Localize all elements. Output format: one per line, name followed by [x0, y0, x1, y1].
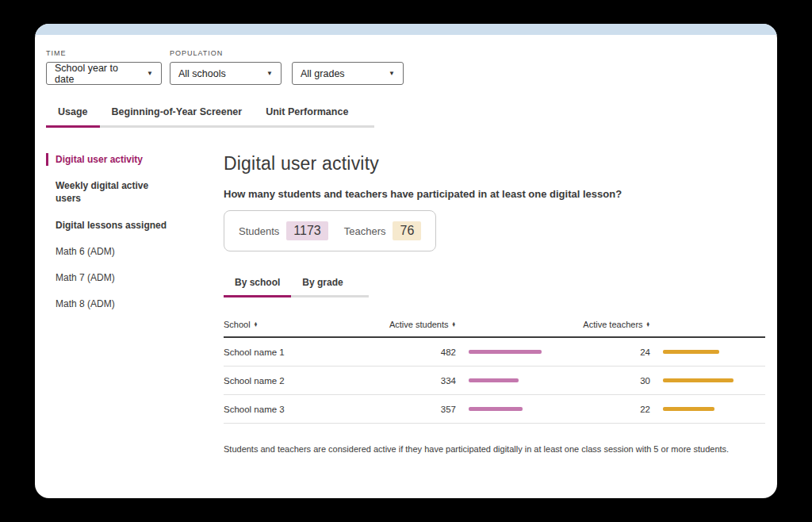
active-teachers-value: 24 — [571, 347, 650, 357]
column-header-active-teachers[interactable]: Active teachers ▲▼ — [571, 320, 650, 329]
teachers-stat: Teachers 76 — [344, 221, 422, 240]
column-header-school[interactable]: School ▲▼ — [224, 320, 382, 329]
sidebar-item-math-8-adm[interactable]: Math 8 (ADM) — [46, 297, 169, 310]
active-teachers-bar — [663, 378, 733, 382]
report-question: How many students and teachers have part… — [224, 188, 765, 200]
table-row: School name 2 334 30 — [224, 367, 765, 395]
students-stat-value: 1173 — [286, 221, 327, 240]
subtab-by-school[interactable]: By school — [224, 277, 291, 297]
sidebar-item-weekly-digital-active-users[interactable]: Weekly digital active users — [46, 179, 169, 205]
table-footnote: Students and teachers are considered act… — [224, 444, 765, 454]
time-dropdown-value: School year to date — [55, 63, 137, 85]
time-filter-group: TIME School year to date ▼ — [46, 49, 162, 85]
teachers-stat-label: Teachers — [344, 225, 386, 237]
chevron-down-icon: ▼ — [266, 70, 273, 77]
sidebar-item-math-7-adm[interactable]: Math 7 (ADM) — [46, 271, 169, 284]
active-students-value: 482 — [382, 347, 456, 357]
summary-stat-card: Students 1173 Teachers 76 — [224, 210, 436, 251]
time-filter-label: TIME — [46, 49, 162, 57]
sidebar-item-digital-lessons-assigned[interactable]: Digital lessons assigned — [46, 219, 169, 232]
sidebar-item-digital-user-activity[interactable]: Digital user activity — [46, 153, 169, 166]
school-name: School name 1 — [224, 347, 382, 357]
grades-dropdown-value: All grades — [301, 68, 345, 79]
tab-unit-performance[interactable]: Unit Performance — [254, 106, 360, 125]
column-header-active-students-label: Active students — [389, 320, 449, 329]
subtab-by-grade[interactable]: By grade — [291, 277, 354, 295]
active-teachers-bar — [663, 350, 719, 354]
main-tab-bar: Usage Beginning-of-Year Screener Unit Pe… — [46, 106, 374, 128]
active-teachers-value: 22 — [571, 405, 650, 414]
tab-usage[interactable]: Usage — [46, 106, 100, 128]
active-students-value: 334 — [382, 376, 456, 386]
active-students-bar — [469, 350, 542, 354]
filter-bar: TIME School year to date ▼ POPULATION Al… — [35, 35, 777, 85]
sort-icon: ▲▼ — [452, 322, 456, 327]
grades-dropdown[interactable]: All grades ▼ — [292, 62, 404, 85]
desktop-background: { "filters": { "time": { "label": "TIME"… — [0, 0, 812, 522]
active-students-bar — [469, 407, 523, 411]
students-stat: Students 1173 — [239, 221, 328, 240]
chevron-down-icon: ▼ — [389, 70, 395, 77]
table-header-row: School ▲▼ Active students ▲▼ Active teac… — [224, 320, 765, 338]
window-top-strip — [35, 24, 777, 35]
column-header-active-students[interactable]: Active students ▲▼ — [382, 320, 456, 329]
active-teachers-value: 30 — [571, 376, 650, 386]
population-dropdowns: All schools ▼ All grades ▼ — [170, 62, 404, 85]
sort-icon: ▲▼ — [646, 322, 650, 327]
active-teachers-bar — [663, 407, 714, 411]
activity-table: School ▲▼ Active students ▲▼ Active teac… — [224, 320, 765, 424]
tab-beginning-of-year-screener[interactable]: Beginning-of-Year Screener — [100, 106, 255, 125]
teachers-stat-value: 76 — [393, 221, 421, 240]
active-students-bar — [469, 378, 519, 382]
school-name: School name 2 — [224, 376, 382, 386]
school-name: School name 3 — [224, 405, 382, 414]
dashboard-window: TIME School year to date ▼ POPULATION Al… — [35, 24, 777, 498]
active-students-value: 357 — [382, 405, 456, 414]
population-filter-label: POPULATION — [170, 49, 404, 57]
sort-icon: ▲▼ — [254, 322, 258, 327]
table-body: School name 1 482 24 School name 2 334 3… — [224, 338, 765, 424]
students-stat-label: Students — [239, 225, 279, 237]
time-dropdown[interactable]: School year to date ▼ — [46, 62, 162, 85]
sidebar-item-math-6-adm[interactable]: Math 6 (ADM) — [46, 245, 169, 258]
report-sidebar: Digital user activity Weekly digital act… — [46, 153, 224, 454]
report-content: Digital user activity How many students … — [224, 153, 777, 454]
breakdown-tab-bar: By school By grade — [224, 277, 369, 297]
schools-dropdown-value: All schools — [178, 68, 226, 79]
page-title: Digital user activity — [224, 153, 765, 175]
column-header-school-label: School — [224, 320, 251, 329]
main-body: Digital user activity Weekly digital act… — [35, 153, 777, 454]
chevron-down-icon: ▼ — [147, 70, 153, 77]
table-row: School name 3 357 22 — [224, 395, 765, 424]
population-filter-group: POPULATION All schools ▼ All grades ▼ — [170, 49, 404, 85]
schools-dropdown[interactable]: All schools ▼ — [170, 62, 282, 85]
column-header-active-teachers-label: Active teachers — [583, 320, 642, 329]
table-row: School name 1 482 24 — [224, 338, 765, 367]
